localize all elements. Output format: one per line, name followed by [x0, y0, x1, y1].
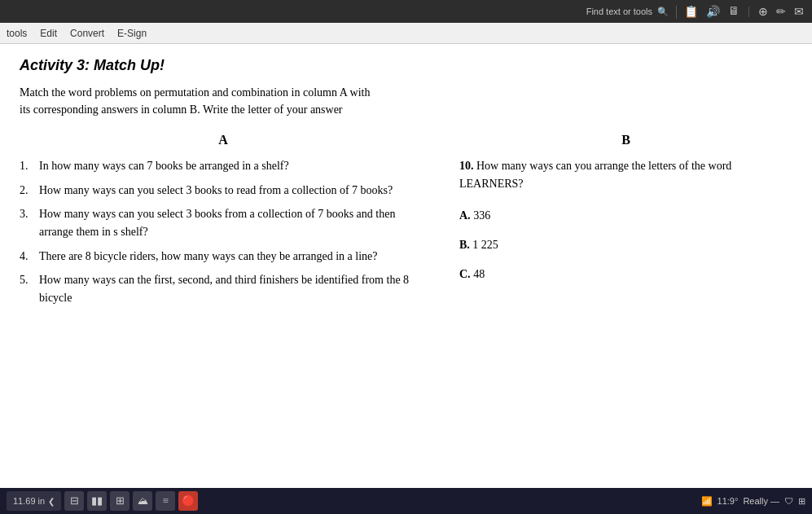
list-item: 4. There are 8 bicycle riders, how many … [20, 248, 427, 266]
q-number-2: 2. [20, 182, 36, 200]
find-text-label: Find text or tools [586, 7, 652, 16]
intro-line2: its corresponding answers in column B. W… [20, 103, 343, 116]
taskbar-btn-5[interactable]: ≡ [156, 491, 175, 511]
intro-line1: Match the word problems on permutation a… [20, 86, 370, 99]
q-text-4: There are 8 bicycle riders, how many way… [39, 248, 427, 266]
column-a-header: A [20, 133, 427, 147]
menu-edit[interactable]: Edit [40, 28, 57, 39]
taskbar-status: 11.69 in ❮ [7, 491, 61, 511]
activity-title: Activity 3: Match Up! [20, 57, 792, 74]
taskbar-btn-3[interactable]: ⊞ [110, 491, 129, 511]
q-text-1: In how many ways can 7 books be arranged… [39, 157, 427, 175]
answer-10-text: How many ways can you arrange the letter… [459, 160, 731, 190]
list-item: 3. How many ways can you select 3 books … [20, 205, 427, 240]
taskbar-btn-4[interactable]: ⛰ [133, 491, 152, 511]
column-b-header: B [459, 133, 792, 147]
q-number-5: 5. [20, 271, 36, 289]
question-list: 1. In how many ways can 7 books be arran… [20, 157, 427, 307]
list-item: 10. How many ways can you arrange the le… [459, 157, 792, 192]
column-b: B 10. How many ways can you arrange the … [443, 133, 792, 294]
shield-icon: 🛡 [784, 496, 793, 506]
audio-icon[interactable]: 🔊 [706, 5, 720, 19]
wifi-icon: 📶 [701, 496, 713, 507]
divider2: | [748, 5, 750, 18]
divider: | [675, 4, 678, 19]
q-number-1: 1. [20, 157, 36, 175]
system-label: Really — [743, 496, 779, 506]
q-text-5: How many ways can the first, second, and… [39, 271, 427, 306]
browser-top-bar: Find text or tools 🔍 | 📋 🔊 🖥 | ⊕ ✏ ✉ [0, 0, 812, 23]
list-item: A. 336 [459, 207, 792, 225]
status-text: 11.69 in [13, 496, 45, 506]
list-item: C. 48 [459, 266, 792, 283]
column-a: A 1. In how many ways can 7 books be arr… [20, 133, 443, 314]
taskbar-right: 📶 11:9° Really — 🛡 ⊞ [701, 496, 805, 507]
edit-icon[interactable]: ✏ [776, 5, 786, 19]
menu-convert[interactable]: Convert [70, 28, 104, 39]
q-number-4: 4. [20, 248, 36, 266]
chevron-icon: ❮ [48, 497, 55, 506]
q-text-2: How many ways can you select 3 books to … [39, 182, 427, 200]
intro-text: Match the word problems on permutation a… [20, 84, 792, 118]
list-item: 5. How many ways can the first, second, … [20, 271, 427, 306]
answer-c: C. 48 [459, 268, 485, 280]
taskbar-btn-1[interactable]: ⊟ [64, 491, 84, 511]
answer-b: B. 1 225 [459, 239, 498, 251]
time-display: 11:9° [718, 496, 739, 506]
add-icon[interactable]: ⊕ [758, 5, 768, 19]
list-item: 2. How many ways can you select 3 books … [20, 182, 427, 200]
q-number-3: 3. [20, 205, 36, 223]
find-bar[interactable]: Find text or tools 🔍 [586, 7, 669, 17]
menu-tools[interactable]: tools [7, 28, 27, 39]
toolbar-icons: 📋 🔊 🖥 | ⊕ ✏ ✉ [684, 5, 804, 19]
mail-icon[interactable]: ✉ [794, 5, 804, 19]
main-content: Activity 3: Match Up! Match the word pro… [0, 44, 812, 488]
answer-10-number: 10. [459, 160, 476, 172]
q-text-3: How many ways can you select 3 books fro… [39, 205, 427, 240]
list-item: B. 1 225 [459, 236, 792, 254]
list-item: 1. In how many ways can 7 books be arran… [20, 157, 427, 175]
display-icon[interactable]: 🖥 [728, 5, 740, 18]
taskbar-btn-6[interactable]: 🔴 [178, 491, 198, 511]
search-icon[interactable]: 🔍 [657, 7, 669, 17]
menu-bar: tools Edit Convert E-Sign [0, 23, 812, 44]
columns-container: A 1. In how many ways can 7 books be arr… [20, 133, 792, 314]
layout-icon: ⊞ [798, 496, 805, 507]
taskbar-btn-2[interactable]: ▮▮ [87, 491, 107, 511]
answer-list: 10. How many ways can you arrange the le… [459, 157, 792, 283]
answer-a: A. 336 [459, 209, 490, 222]
taskbar: 11.69 in ❮ ⊟ ▮▮ ⊞ ⛰ ≡ 🔴 📶 11:9° Really —… [0, 488, 812, 514]
menu-esign[interactable]: E-Sign [117, 28, 147, 39]
copy-icon[interactable]: 📋 [684, 5, 698, 19]
